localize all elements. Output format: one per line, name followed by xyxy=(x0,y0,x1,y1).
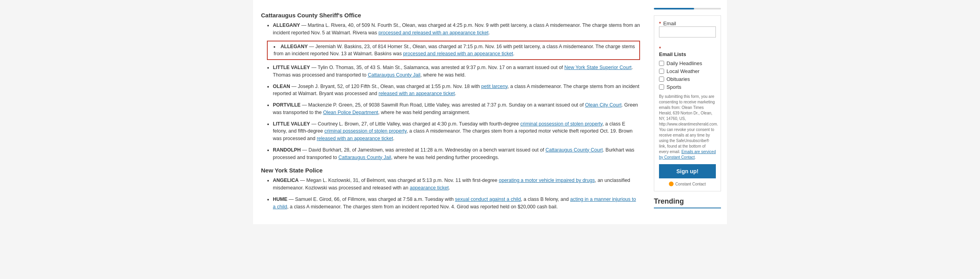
email-field-container: * Email xyxy=(659,21,716,41)
item-link[interactable]: Olean City Court xyxy=(585,102,621,108)
checkbox-obituaries: Obituaries xyxy=(659,76,716,82)
item-location: PORTVILLE xyxy=(273,102,300,108)
trending-section: Trending xyxy=(654,197,721,208)
checkbox-sports-label[interactable]: Sports xyxy=(666,84,681,90)
item-text: — Courtney L. Brown, 27, of Little Valle… xyxy=(273,121,633,142)
item-link[interactable]: released with an appearance ticket xyxy=(379,91,455,96)
constant-contact-text: Constant Contact xyxy=(675,182,706,186)
email-label: * Email xyxy=(659,21,676,26)
item-link[interactable]: processed and released with an appearanc… xyxy=(378,30,488,36)
list-item: HUME — Samuel E. Girod, 66, of Fillmore,… xyxy=(273,196,640,211)
main-content: Cattaraugus County Sheriff's Office ALLE… xyxy=(253,4,648,220)
item-link[interactable]: Cattaraugus County Jail xyxy=(338,155,391,160)
item-location: ALLEGANY xyxy=(281,44,308,49)
item-location: OLEAN xyxy=(273,84,290,89)
email-lists-container: * Email Lists Daily Headlines Local Weat… xyxy=(659,45,716,90)
item-link[interactable]: criminal possession of stolen property xyxy=(520,121,603,127)
item-location: LITTLE VALLEY xyxy=(273,121,310,127)
checkbox-daily-headlines-input[interactable] xyxy=(659,61,664,66)
item-link[interactable]: acting in a manner injurious to a child xyxy=(273,197,636,210)
list-item: ANGELICA — Megan L. Kozlowski, 31, of Be… xyxy=(273,177,640,192)
item-location: HUME xyxy=(273,197,287,202)
email-lists-label: * Email Lists xyxy=(659,45,716,57)
item-link[interactable]: Cattaraugus County Court xyxy=(545,147,603,153)
trending-title: Trending xyxy=(654,197,721,208)
email-checkboxes: Daily Headlines Local Weather Obituaries… xyxy=(659,60,716,90)
email-field-label: Email xyxy=(663,21,676,26)
checkbox-sports: Sports xyxy=(659,84,716,90)
email-lists-heading: Email Lists xyxy=(659,51,716,57)
item-link[interactable]: New York State Superior Court xyxy=(564,65,631,70)
section1-list: ALLEGANY — Martina L. Rivera, 40, of 509… xyxy=(261,22,640,161)
checkbox-obituaries-input[interactable] xyxy=(659,77,664,82)
item-text: — Joseph J. Bryant, 52, of 120 Fifth St.… xyxy=(273,84,639,97)
list-item: PORTVILLE — Mackenzie P. Green, 25, of 9… xyxy=(273,101,640,116)
item-link[interactable]: appearance ticket xyxy=(410,185,449,191)
signup-button[interactable]: Sign up! xyxy=(659,164,716,178)
item-location: RANDOLPH xyxy=(273,147,301,153)
section2-title: New York State Police xyxy=(261,167,640,174)
item-link[interactable]: operating a motor vehicle impaired by dr… xyxy=(499,178,595,183)
item-link[interactable]: criminal possession of stolen property xyxy=(324,128,406,134)
checkbox-daily-headlines: Daily Headlines xyxy=(659,60,716,66)
section2-list: ANGELICA — Megan L. Kozlowski, 31, of Be… xyxy=(261,177,640,210)
progress-bar xyxy=(654,8,694,9)
item-text: — Samuel E. Girod, 66, of Fillmore, was … xyxy=(273,197,636,210)
item-link[interactable]: Cattaraugus County Jail xyxy=(368,72,420,78)
constant-contact-link[interactable]: Emails are serviced by Constant Contact xyxy=(659,150,716,159)
checkbox-sports-input[interactable] xyxy=(659,84,664,90)
checkbox-local-weather-input[interactable] xyxy=(659,69,664,74)
item-text: — David Burkhart, 28, of Jamestown, was … xyxy=(273,147,635,160)
list-item-highlighted: ALLEGANY — Jeremiah W. Baskins, 23, of 8… xyxy=(267,41,640,60)
checkbox-daily-headlines-label[interactable]: Daily Headlines xyxy=(666,60,702,66)
item-link[interactable]: sexual conduct against a child xyxy=(455,197,521,202)
item-link[interactable]: processed and released with an appearanc… xyxy=(403,51,513,56)
list-item: LITTLE VALLEY — Tylin O. Thomas, 35, of … xyxy=(273,64,640,79)
constant-contact-badge: Constant Contact xyxy=(659,182,716,186)
checkbox-obituaries-label[interactable]: Obituaries xyxy=(666,76,690,82)
list-item: RANDOLPH — David Burkhart, 28, of Jamest… xyxy=(273,146,640,161)
required-star: * xyxy=(659,21,661,26)
item-link[interactable]: released with an appearance ticket xyxy=(317,136,393,141)
list-item: ALLEGANY — Martina L. Rivera, 40, of 509… xyxy=(273,22,640,37)
list-item: LITTLE VALLEY — Courtney L. Brown, 27, o… xyxy=(273,120,640,142)
sidebar: * Email * Email Lists Daily Headlines xyxy=(648,4,727,220)
checkbox-local-weather-label[interactable]: Local Weather xyxy=(666,68,700,74)
item-text: — Mackenzie P. Green, 25, of 9038 Sawmil… xyxy=(273,102,638,115)
email-signup-section: * Email * Email Lists Daily Headlines xyxy=(654,15,721,191)
item-text: — Jeremiah W. Baskins, 23, of 814 Homer … xyxy=(274,44,635,57)
item-text: — Tylin O. Thomas, 35, of 43 S. Main St.… xyxy=(273,65,633,78)
item-link[interactable]: petit larceny xyxy=(481,84,507,89)
item-location: ALLEGANY xyxy=(273,22,300,28)
email-input[interactable] xyxy=(659,26,716,37)
item-location: LITTLE VALLEY xyxy=(273,65,310,70)
progress-bar-container xyxy=(654,8,721,9)
list-item: OLEAN — Joseph J. Bryant, 52, of 120 Fif… xyxy=(273,83,640,98)
checkbox-local-weather: Local Weather xyxy=(659,68,716,74)
cc-logo-icon xyxy=(669,182,674,186)
item-location: ANGELICA xyxy=(273,178,299,183)
section1-title: Cattaraugus County Sheriff's Office xyxy=(261,12,640,19)
item-text: — Martina L. Rivera, 40, of 509 N. Fourt… xyxy=(273,22,640,36)
item-link[interactable]: Olean Police Department xyxy=(323,110,378,115)
item-text: — Megan L. Kozlowski, 31, of Belmont, wa… xyxy=(273,178,630,191)
required-star2: * xyxy=(659,45,661,51)
disclaimer-text: By submitting this form, you are consent… xyxy=(659,94,716,160)
